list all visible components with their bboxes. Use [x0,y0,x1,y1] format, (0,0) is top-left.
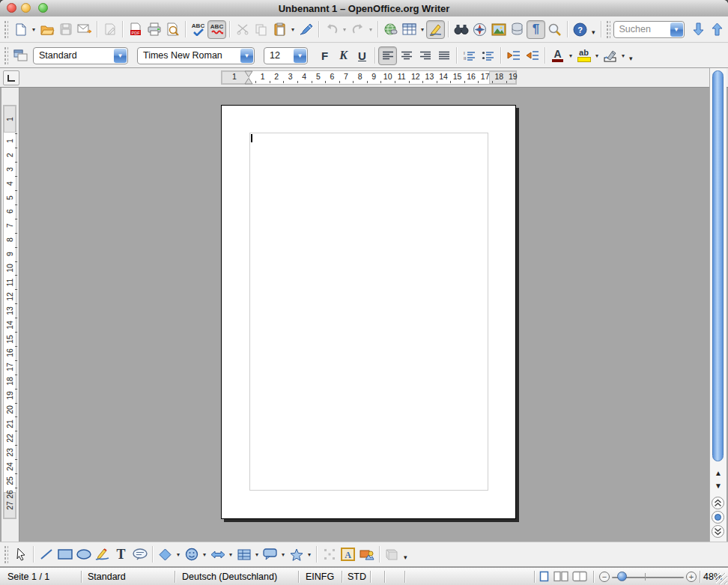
paste-button[interactable] [270,20,289,39]
paste-dropdown[interactable]: ▾ [289,26,297,33]
export-pdf-button[interactable]: PDF [126,20,145,39]
insert-table-button[interactable] [400,20,419,39]
indent-marker-icon[interactable] [244,70,253,85]
bullet-list-button[interactable] [479,46,497,65]
increase-indent-button[interactable] [523,46,542,65]
hyperlink-button[interactable] [381,20,400,39]
font-size-select[interactable]: 12 ▼ [264,47,308,64]
document-view[interactable]: 1 27 12345678910111213141516171819202122… [0,88,728,542]
next-page-button[interactable] [712,525,724,538]
from-file-button[interactable] [357,545,376,564]
align-left-button[interactable] [378,46,397,65]
paragraph-style-select[interactable]: Standard ▼ [33,47,128,64]
toolbar-overflow-button[interactable]: ▾ [404,554,407,561]
format-paintbrush-button[interactable] [297,20,315,39]
styles-window-button[interactable] [11,46,30,65]
toolbar-drag-handle[interactable] [4,545,8,563]
show-draw-functions-toggle[interactable] [426,20,445,39]
paragraph-style-dropdown[interactable]: ▼ [114,49,127,63]
decrease-indent-button[interactable] [504,46,523,65]
font-color-dropdown[interactable]: ▾ [567,52,574,59]
new-document-dropdown[interactable]: ▾ [30,26,37,33]
zoom-slider-handle[interactable] [617,572,627,581]
background-color-button[interactable] [601,46,619,65]
window-resize-grip[interactable] [716,573,727,584]
find-replace-button[interactable] [452,20,470,39]
callouts-dropdown[interactable]: ▾ [279,551,287,558]
open-button[interactable] [37,20,56,39]
scroll-down-button[interactable]: ▼ [710,482,727,490]
zoom-out-button[interactable]: − [599,572,610,582]
find-next-button[interactable] [689,20,708,39]
find-previous-button[interactable] [708,20,727,39]
zoom-button[interactable] [545,20,564,39]
title-bar[interactable]: Unbenannt 1 – OpenOffice.org Writer [0,0,728,17]
selection-mode-field[interactable]: STD [348,568,366,585]
symbol-shapes-dropdown[interactable]: ▾ [201,551,208,558]
zoom-window-button[interactable] [38,3,48,13]
ellipse-tool-button[interactable] [74,545,93,564]
font-name-dropdown[interactable]: ▼ [240,49,253,63]
align-right-button[interactable] [416,46,434,65]
insert-table-dropdown[interactable]: ▾ [419,26,426,33]
email-button[interactable] [75,20,94,39]
fontwork-gallery-button[interactable]: A [339,545,357,564]
language-field[interactable]: Deutsch (Deutschland) [182,568,277,585]
font-color-button[interactable]: A [548,46,567,65]
underline-button[interactable]: U [353,46,371,65]
block-arrows-button[interactable] [208,545,227,564]
rectangle-tool-button[interactable] [55,545,74,564]
flowchart-dropdown[interactable]: ▾ [253,551,261,558]
auto-spellcheck-toggle[interactable]: ABC [207,20,226,39]
vertical-scrollbar[interactable]: ▲ ▼ [709,68,727,542]
font-size-dropdown[interactable]: ▼ [294,49,306,63]
multi-page-view-button[interactable] [553,568,568,585]
tab-stop-selector[interactable] [3,70,19,85]
close-button[interactable] [7,3,16,13]
select-button[interactable] [11,545,30,564]
document-page[interactable] [221,105,516,519]
new-document-button[interactable] [11,20,30,39]
flowchart-button[interactable] [234,545,253,564]
bold-button[interactable]: F [315,46,334,65]
basic-shapes-dropdown[interactable]: ▾ [175,551,182,558]
page-style-field[interactable]: Standard [88,568,126,585]
print-button[interactable] [145,20,163,39]
navigator-button[interactable] [470,20,489,39]
font-name-select[interactable]: Times New Roman ▼ [137,47,255,64]
gallery-button[interactable] [489,20,508,39]
search-dropdown-button[interactable]: ▼ [670,22,683,37]
freeform-line-button[interactable] [93,545,112,564]
search-input[interactable]: Suchen ▼ [613,21,685,38]
single-page-view-button[interactable] [539,568,549,585]
toolbar-drag-handle[interactable] [4,46,8,64]
scroll-up-button[interactable]: ▲ [710,469,727,477]
toolbar-overflow-button[interactable]: ▾ [592,28,595,36]
text-tool-button[interactable]: T [112,545,130,564]
zoom-in-button[interactable]: + [686,572,697,582]
data-sources-button[interactable] [508,20,527,39]
line-tool-button[interactable] [37,545,55,564]
align-center-button[interactable] [397,46,416,65]
basic-shapes-button[interactable] [156,545,175,564]
book-view-button[interactable] [572,568,587,585]
page-number-field[interactable]: Seite 1 / 1 [7,568,49,585]
toolbar-drag-handle[interactable] [4,20,8,38]
justify-button[interactable] [434,46,453,65]
highlighting-dropdown[interactable]: ▾ [593,52,601,59]
scrollbar-thumb[interactable] [712,70,724,461]
horizontal-ruler[interactable]: 1 12345678910111213141516171819 [0,68,728,88]
callouts-button[interactable] [261,545,279,564]
spellcheck-button[interactable]: ABC [189,20,207,39]
numbered-list-button[interactable]: III [460,46,479,65]
insert-mode-field[interactable]: EINFG [306,568,334,585]
toolbar-overflow-button[interactable]: ▾ [629,55,633,62]
previous-page-button[interactable] [712,497,724,509]
stars-button[interactable] [287,545,306,564]
navigation-button[interactable] [712,511,724,524]
italic-button[interactable]: K [334,46,353,65]
symbol-shapes-button[interactable] [182,545,201,564]
search-toolbar-drag-handle[interactable] [606,20,610,38]
vertical-ruler[interactable]: 1 27 12345678910111213141516171819202122… [1,88,19,542]
highlighting-button[interactable]: ab [574,46,593,65]
